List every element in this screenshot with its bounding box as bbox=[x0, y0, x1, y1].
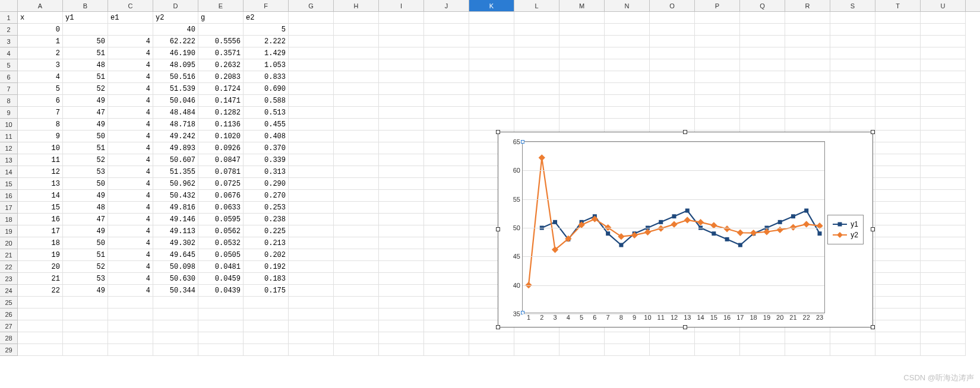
cell-P28[interactable] bbox=[695, 332, 740, 344]
cell-U8[interactable] bbox=[921, 95, 966, 107]
cell-T1[interactable] bbox=[875, 12, 921, 24]
cell-H14[interactable] bbox=[334, 166, 379, 178]
cell-I16[interactable] bbox=[379, 190, 424, 202]
cell-A26[interactable] bbox=[18, 309, 63, 320]
cell-H17[interactable] bbox=[334, 202, 379, 214]
cell-H11[interactable] bbox=[334, 131, 379, 142]
cell-M8[interactable] bbox=[559, 95, 605, 107]
cell-G1[interactable] bbox=[289, 12, 334, 24]
cell-H25[interactable] bbox=[334, 297, 379, 309]
cell-B9[interactable]: 47 bbox=[63, 107, 108, 119]
cell-N3[interactable] bbox=[605, 36, 650, 47]
cell-E29[interactable] bbox=[198, 344, 244, 356]
cell-U6[interactable] bbox=[921, 71, 966, 83]
cell-O2[interactable] bbox=[650, 24, 695, 36]
cell-D29[interactable] bbox=[153, 344, 198, 356]
cell-E27[interactable] bbox=[198, 320, 244, 332]
cell-E28[interactable] bbox=[198, 332, 244, 344]
cell-T11[interactable] bbox=[875, 131, 921, 142]
cell-D25[interactable] bbox=[153, 297, 198, 309]
cell-M5[interactable] bbox=[559, 59, 605, 71]
cell-F21[interactable]: 0.202 bbox=[244, 249, 289, 261]
cell-T18[interactable] bbox=[875, 214, 921, 225]
row-header-18[interactable]: 18 bbox=[0, 214, 17, 225]
row-header-11[interactable]: 11 bbox=[0, 131, 17, 142]
cell-A14[interactable]: 12 bbox=[18, 166, 63, 178]
cell-J5[interactable] bbox=[424, 59, 469, 71]
cell-T23[interactable] bbox=[875, 273, 921, 285]
cell-F25[interactable] bbox=[244, 297, 289, 309]
cell-B25[interactable] bbox=[63, 297, 108, 309]
cell-E9[interactable]: 0.1282 bbox=[198, 107, 244, 119]
cell-E16[interactable]: 0.0676 bbox=[198, 190, 244, 202]
cell-D21[interactable]: 49.645 bbox=[153, 249, 198, 261]
cell-K7[interactable] bbox=[469, 83, 514, 95]
cell-B6[interactable]: 51 bbox=[63, 71, 108, 83]
cell-G15[interactable] bbox=[289, 178, 334, 190]
cell-N2[interactable] bbox=[605, 24, 650, 36]
row-header-10[interactable]: 10 bbox=[0, 119, 17, 131]
cell-F7[interactable]: 0.690 bbox=[244, 83, 289, 95]
cell-H2[interactable] bbox=[334, 24, 379, 36]
row-header-22[interactable]: 22 bbox=[0, 261, 17, 273]
cell-C11[interactable]: 4 bbox=[108, 131, 153, 142]
cell-I2[interactable] bbox=[379, 24, 424, 36]
cell-C12[interactable]: 4 bbox=[108, 142, 153, 154]
cell-G7[interactable] bbox=[289, 83, 334, 95]
cell-S10[interactable] bbox=[830, 119, 875, 131]
cell-L3[interactable] bbox=[514, 36, 559, 47]
cell-E19[interactable]: 0.0562 bbox=[198, 225, 244, 237]
cell-T27[interactable] bbox=[875, 320, 921, 332]
cell-G21[interactable] bbox=[289, 249, 334, 261]
cell-B12[interactable]: 51 bbox=[63, 142, 108, 154]
cell-C22[interactable]: 4 bbox=[108, 261, 153, 273]
resize-handle-lm[interactable] bbox=[496, 227, 500, 231]
row-header-5[interactable]: 5 bbox=[0, 59, 17, 71]
row-header-27[interactable]: 27 bbox=[0, 320, 17, 332]
cell-I20[interactable] bbox=[379, 237, 424, 249]
cell-F28[interactable] bbox=[244, 332, 289, 344]
cell-H6[interactable] bbox=[334, 71, 379, 83]
cell-Q8[interactable] bbox=[740, 95, 785, 107]
cell-U29[interactable] bbox=[921, 344, 966, 356]
cell-C1[interactable]: e1 bbox=[108, 12, 153, 24]
cell-D2[interactable]: 40 bbox=[153, 24, 198, 36]
cell-G27[interactable] bbox=[289, 320, 334, 332]
col-header-O[interactable]: O bbox=[650, 0, 695, 11]
cell-T5[interactable] bbox=[875, 59, 921, 71]
cell-E10[interactable]: 0.1136 bbox=[198, 119, 244, 131]
cell-F20[interactable]: 0.213 bbox=[244, 237, 289, 249]
cell-F24[interactable]: 0.175 bbox=[244, 285, 289, 297]
cell-F11[interactable]: 0.408 bbox=[244, 131, 289, 142]
row-header-20[interactable]: 20 bbox=[0, 237, 17, 249]
cell-J26[interactable] bbox=[424, 309, 469, 320]
cell-J22[interactable] bbox=[424, 261, 469, 273]
cell-D6[interactable]: 50.516 bbox=[153, 71, 198, 83]
cell-F26[interactable] bbox=[244, 309, 289, 320]
cell-S29[interactable] bbox=[830, 344, 875, 356]
col-header-G[interactable]: G bbox=[289, 0, 334, 11]
cell-S2[interactable] bbox=[830, 24, 875, 36]
cell-A27[interactable] bbox=[18, 320, 63, 332]
cell-L6[interactable] bbox=[514, 71, 559, 83]
resize-handle-tl[interactable] bbox=[496, 130, 500, 134]
cell-E5[interactable]: 0.2632 bbox=[198, 59, 244, 71]
cell-Q7[interactable] bbox=[740, 83, 785, 95]
cell-C26[interactable] bbox=[108, 309, 153, 320]
cell-O10[interactable] bbox=[650, 119, 695, 131]
row-header-4[interactable]: 4 bbox=[0, 47, 17, 59]
cell-U22[interactable] bbox=[921, 261, 966, 273]
cell-A21[interactable]: 19 bbox=[18, 249, 63, 261]
row-header-16[interactable]: 16 bbox=[0, 190, 17, 202]
series-marker-y2[interactable] bbox=[737, 230, 744, 236]
cell-K29[interactable] bbox=[469, 344, 514, 356]
cell-C21[interactable]: 4 bbox=[108, 249, 153, 261]
col-header-I[interactable]: I bbox=[379, 0, 424, 11]
cell-C7[interactable]: 4 bbox=[108, 83, 153, 95]
cell-J21[interactable] bbox=[424, 249, 469, 261]
cell-L1[interactable] bbox=[514, 12, 559, 24]
cell-I15[interactable] bbox=[379, 178, 424, 190]
cell-E18[interactable]: 0.0595 bbox=[198, 214, 244, 225]
cell-J12[interactable] bbox=[424, 142, 469, 154]
cell-J17[interactable] bbox=[424, 202, 469, 214]
